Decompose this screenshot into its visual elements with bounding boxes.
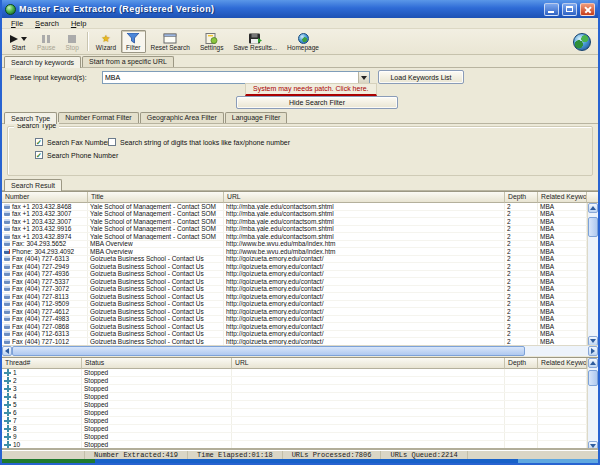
horizontal-scroll-thumb[interactable] [12, 346, 525, 356]
table-row[interactable]: Fax (404) 727-2949Goizueta Business Scho… [2, 263, 587, 271]
scroll-right-button[interactable] [588, 346, 598, 356]
table-row[interactable]: fax +1 203.432.3007Yale School of Manage… [2, 211, 587, 219]
tab-search-type[interactable]: Search Type [4, 112, 57, 124]
thread-row[interactable]: 6Stopped [2, 409, 587, 417]
table-row[interactable]: fax +1 203.432.8974Yale School of Manage… [2, 233, 587, 241]
table-row[interactable]: Fax (404) 727-5337Goizueta Business Scho… [2, 278, 587, 286]
menu-file[interactable]: File [6, 19, 28, 28]
wizard-label: Wizard [96, 44, 116, 51]
toolbar-separator [87, 32, 88, 51]
thread-status-cell: Stopped [82, 393, 232, 400]
thread-scroll-down-button[interactable] [588, 441, 598, 450]
table-row[interactable]: Fax (404) 712-6313Goizueta Business Scho… [2, 331, 587, 339]
table-row[interactable]: Fax: 304.293.5652MBA Overviewhttp://www.… [2, 241, 587, 249]
thread-scroll-thumb[interactable] [588, 370, 598, 386]
save-results-button[interactable]: Save Results... [228, 30, 282, 53]
thread-row[interactable]: 1Stopped [2, 369, 587, 377]
close-button[interactable] [580, 3, 595, 16]
fax-icon [4, 339, 10, 344]
thread-id-cell: 8 [2, 425, 82, 432]
search-digit-string-option[interactable]: Search string of digits that looks like … [108, 138, 290, 146]
app-icon [5, 4, 16, 15]
table-row[interactable]: fax +1 203.432.3007Yale School of Manage… [2, 218, 587, 226]
tab-geographic-area-filter[interactable]: Geographic Area Filter [140, 112, 224, 123]
column-url[interactable]: URL [224, 192, 505, 203]
reset-search-button[interactable]: Reset Search [146, 30, 195, 53]
result-number-cell: Fax (404) 727-5337 [2, 278, 88, 285]
column-title[interactable]: Title [88, 192, 224, 203]
results-vertical-scrollbar[interactable] [587, 203, 598, 346]
result-url-cell: http://goizueta.emory.edu/contact/ [224, 338, 505, 345]
start-dropdown-caret-icon[interactable] [21, 37, 27, 41]
thread-row[interactable]: 8Stopped [2, 425, 587, 433]
table-row[interactable]: Fax (404) 727-4936Goizueta Business Scho… [2, 271, 587, 279]
wizard-button[interactable]: ★ Wizard [91, 30, 121, 53]
scroll-up-button[interactable] [588, 203, 598, 213]
table-row[interactable]: Fax (404) 727-4612Goizueta Business Scho… [2, 308, 587, 316]
search-fax-number-option[interactable]: ✓ Search Fax Number [35, 138, 110, 146]
table-row[interactable]: Fax (404) 727-3072Goizueta Business Scho… [2, 286, 587, 294]
result-depth-cell: 2 [505, 248, 538, 255]
thread-depth-cell [505, 441, 538, 448]
column-thread-depth[interactable]: Depth [505, 358, 538, 369]
result-number-cell: Fax (404) 727-4612 [2, 308, 88, 315]
table-row[interactable]: Fax (404) 727-0868Goizueta Business Scho… [2, 323, 587, 331]
maximize-button[interactable] [562, 3, 577, 16]
checkbox-fax[interactable]: ✓ [35, 138, 43, 146]
table-row[interactable]: Fax (404) 712-9509Goizueta Business Scho… [2, 301, 587, 309]
column-depth[interactable]: Depth [505, 192, 538, 203]
hide-search-filter-button[interactable]: Hide Search Filter [236, 96, 398, 109]
thread-row[interactable]: 3Stopped [2, 385, 587, 393]
thread-row[interactable]: 10Stopped [2, 441, 587, 449]
tab-number-format-filter[interactable]: Number Format Filter [58, 112, 139, 123]
settings-button[interactable]: Settings [195, 30, 229, 53]
column-thread-url[interactable]: URL [232, 358, 505, 369]
scroll-left-button[interactable] [2, 346, 12, 356]
threads-vertical-scrollbar[interactable] [587, 358, 598, 450]
column-number[interactable]: Number [2, 192, 88, 203]
settings-icon [205, 33, 218, 44]
keyword-input[interactable] [103, 72, 358, 83]
filter-button[interactable]: Filter [121, 30, 145, 53]
filter-label: Filter [126, 44, 140, 51]
thread-row[interactable]: 5Stopped [2, 401, 587, 409]
load-keywords-button[interactable]: Load Keywords List [378, 70, 464, 84]
thread-keyword-cell [538, 433, 587, 440]
scroll-thumb[interactable] [588, 217, 598, 237]
table-row[interactable]: Fax (404) 727-4983Goizueta Business Scho… [2, 316, 587, 324]
combo-dropdown-button[interactable] [358, 72, 369, 83]
column-thread[interactable]: Thread# [2, 358, 82, 369]
menu-search[interactable]: Search [30, 19, 64, 28]
tab-search-by-keywords[interactable]: Search by keywords [4, 56, 81, 68]
stop-button[interactable]: Stop [60, 30, 83, 53]
table-row[interactable]: Fax (404) 727-8113Goizueta Business Scho… [2, 293, 587, 301]
tab-search-result[interactable]: Search Result [4, 179, 62, 191]
results-horizontal-scrollbar[interactable] [2, 345, 598, 356]
table-row[interactable]: fax +1 203.432.9916Yale School of Manage… [2, 226, 587, 234]
checkbox-digits[interactable] [108, 138, 116, 146]
result-url-cell: http://goizueta.emory.edu/contact/ [224, 278, 505, 285]
column-related-keyword[interactable]: Related Keyword [538, 192, 587, 203]
start-button[interactable]: Start [5, 30, 32, 53]
minimize-button[interactable] [544, 3, 559, 16]
menu-help[interactable]: Help [66, 19, 91, 28]
table-row[interactable]: Fax (404) 727-6313Goizueta Business Scho… [2, 256, 587, 264]
thread-url-cell [232, 425, 505, 432]
table-row[interactable]: fax +1 203.432.8468Yale School of Manage… [2, 203, 587, 211]
fax-icon [4, 309, 10, 314]
thread-scroll-up-button[interactable] [588, 358, 598, 368]
patch-notice-link[interactable]: System may needs patch. Click here. [245, 83, 377, 96]
column-status[interactable]: Status [82, 358, 232, 369]
tab-language-filter[interactable]: Language Filter [225, 112, 288, 123]
tab-start-from-url[interactable]: Start from a specific URL [82, 56, 174, 67]
thread-row[interactable]: 2Stopped [2, 377, 587, 385]
table-row[interactable]: Phone: 304.293.4092MBA Overviewhttp://ww… [2, 248, 587, 256]
thread-row[interactable]: 7Stopped [2, 417, 587, 425]
checkbox-phone[interactable]: ✓ [35, 151, 43, 159]
search-phone-number-option[interactable]: ✓ Search Phone Number [35, 151, 118, 159]
thread-row[interactable]: 9Stopped [2, 433, 587, 441]
column-thread-keyword[interactable]: Related Keyword [538, 358, 587, 369]
pause-button[interactable]: Pause [32, 30, 60, 53]
homepage-button[interactable]: Homepage [282, 30, 324, 53]
thread-row[interactable]: 4Stopped [2, 393, 587, 401]
